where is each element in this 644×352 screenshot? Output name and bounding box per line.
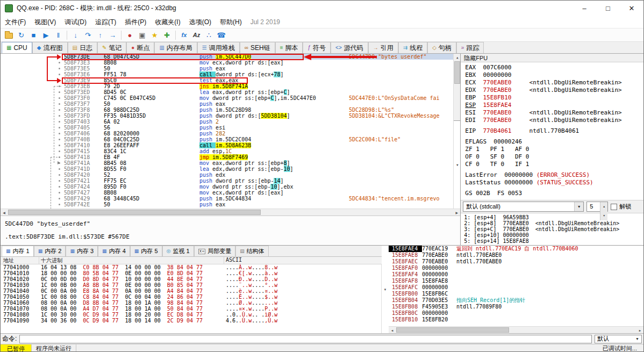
close-button[interactable]: ✕	[620, 1, 643, 16]
register-line[interactable]: ESP 15E8FAE4	[465, 102, 639, 109]
scroll-right-icon[interactable]: ▶	[453, 209, 460, 215]
breakpoint-dot[interactable]	[59, 80, 60, 81]
register-line[interactable]: LastError 00000000 (ERROR_SUCCESS)	[465, 171, 639, 179]
dump-row[interactable]: 7704101018 00 00 00 80 5B 04 77 0E 00 00…	[1, 270, 388, 276]
toolbar-step-out-button[interactable]: ↑	[94, 29, 106, 41]
breakpoint-dot[interactable]	[59, 204, 60, 205]
scroll-left-icon[interactable]: ◀	[1, 209, 8, 215]
register-line[interactable]: EAX 007C6000	[465, 64, 639, 71]
menu-item-view[interactable]: 视图(V)	[30, 16, 60, 28]
disasm-row[interactable]: 5D8F73E6FF51 78call dword ptr ds:[ecx+78…	[1, 71, 460, 77]
title-bar[interactable]: QQ.exe - PID: 268C - 模块: im.dll - 线程: 25…	[1, 1, 643, 16]
toolbar-run-to-cursor-button[interactable]: →	[106, 29, 119, 41]
argument-row[interactable]: 1: [esp+4] 96A59BB3	[464, 214, 640, 220]
menu-item-trace[interactable]: 追踪(T)	[91, 16, 120, 28]
toolbar-restart-button[interactable]: ↻	[15, 29, 27, 41]
toolbar-breakpoint-button[interactable]: ●	[124, 29, 136, 41]
convention-dropdown[interactable]: 默认 (stdcall) ▼	[463, 202, 584, 212]
stack-row[interactable]: 15E8FAE8770EABE0ntdll.770EABE0	[389, 252, 643, 258]
stack-row[interactable]: 15E8FB0015E8FB6C	[389, 291, 643, 297]
register-line[interactable]: OF 0 SF 0 DF 0	[465, 153, 639, 161]
argument-row[interactable]: 3: [esp+C] 770EABE0 <ntdll.DbgUiRemoteBr…	[464, 226, 640, 232]
breakpoint-dot[interactable]	[59, 198, 60, 199]
tab-symbols[interactable]: ƒ符号	[303, 42, 331, 53]
toolbar-patches-button[interactable]: ✚	[161, 29, 173, 41]
disasm-row[interactable]: 5D8F73F868 988DC25Dpush im.5DC28D985DC28…	[1, 107, 460, 113]
register-line[interactable]: GS 002B FS 0053	[465, 190, 639, 197]
disasm-row[interactable]: 5D8F742052push edx	[1, 172, 460, 178]
toolbar-open-file-button[interactable]	[3, 29, 15, 41]
register-line[interactable]: EIP 770B4061 ntdll.770B4061	[465, 127, 639, 135]
disasm-row[interactable]: 5D8F740556push esi	[1, 125, 460, 131]
stack-row[interactable]: 15E8FAEC770EABE0ntdll.770EABE0	[389, 258, 643, 265]
breakpoint-dot[interactable]	[59, 133, 60, 134]
menu-item-file[interactable]: 文件(F)	[1, 16, 30, 28]
register-line[interactable]: CF 0 TF 0 IF 1	[465, 161, 639, 168]
disasm-row[interactable]: 5D8F74278B08mov ecx,dword ptr ds:[eax]	[1, 190, 460, 196]
command-input[interactable]	[19, 335, 592, 343]
register-line[interactable]: ECX 770EABE0 <ntdll.DbgUiRemoteBreakin>	[465, 79, 639, 87]
dump-tab-struct[interactable]: ▤结构体	[235, 246, 269, 256]
scroll-down-icon[interactable]: ▼	[382, 245, 389, 333]
toolbar-favourites-button[interactable]: ★	[148, 29, 161, 41]
breakpoint-dot[interactable]	[59, 180, 60, 182]
breakpoint-dot[interactable]	[59, 74, 60, 75]
spin-up-icon[interactable]: ▲	[600, 202, 607, 211]
dump-row[interactable]: 770410801C 00 30 00 0C D9 04 77 18 00 20…	[1, 312, 388, 318]
menu-item-options[interactable]: 选项(O)	[185, 16, 216, 28]
disasm-row[interactable]: 5D8F7421FF75 ECpush dword ptr ss:[ebp-14…	[1, 178, 460, 184]
menu-item-favourites[interactable]: 收藏夹(I)	[151, 16, 184, 28]
breakpoint-dot[interactable]	[59, 91, 60, 93]
disasm-row[interactable]: 5D8F73F750push eax	[1, 101, 460, 107]
stack-row[interactable]: 15E8FAE4770EAC19返回到 ntdll.770EAC19 自 ntd…	[389, 246, 643, 252]
disasm-row[interactable]: 5D8F73E985C0test eax,eax	[1, 77, 460, 83]
stack-row[interactable]: 15E8FB04770D03E5指向SEH_Record[1]的指针	[389, 297, 643, 304]
dump-tab-memory-3[interactable]: ▦内存 3	[66, 246, 98, 256]
tab-seh[interactable]: ∞SEH链	[240, 42, 275, 53]
minimize-button[interactable]: –	[573, 1, 596, 16]
tab-breakpoints[interactable]: ●断点	[126, 42, 154, 53]
breakpoint-dot[interactable]	[59, 156, 60, 158]
dump-row[interactable]: 770410501C 00 08 00 C8 84 04 77 0C 00 04…	[1, 294, 388, 300]
disasm-row[interactable]: 5D8F73E550push eax	[1, 66, 460, 71]
breakpoint-dot[interactable]	[59, 174, 60, 176]
tab-memory-map[interactable]: ▥内存布局	[154, 42, 197, 53]
unlock-checkbox[interactable]: 解锁	[611, 203, 631, 211]
breakpoint-dot[interactable]	[59, 139, 60, 140]
stack-row[interactable]: 15E8FAF815E8FAE8	[389, 278, 643, 284]
breakpoint-dot[interactable]	[59, 121, 60, 123]
disasm-row[interactable]: 5D8F7410E8 26EEFAFFcall im.5D8A623B	[1, 142, 460, 148]
register-line[interactable]: EBP 15E8FB10	[465, 94, 639, 102]
disasm-row[interactable]: 5D8F7418EB 4Fjmp im.5D8F7469	[1, 154, 460, 160]
menu-item-plugins[interactable]: 插件(P)	[120, 16, 151, 28]
command-profile-dropdown[interactable]: 默认 ▼	[595, 335, 642, 343]
disasm-row[interactable]: 5D8F741583C4 1Cadd esp,1C	[1, 148, 460, 154]
scrollbar-thumb[interactable]	[8, 210, 261, 215]
disassembly-hscrollbar[interactable]: ◀ ▶	[1, 209, 460, 215]
tab-source[interactable]: <>源代码	[331, 42, 368, 53]
stack-row[interactable]: 15E8FAF000000000	[389, 265, 643, 271]
dump-tab-memory-4[interactable]: ▦内存 4	[98, 246, 130, 256]
hide-fpu-toggle[interactable]: 隐藏FPU	[461, 54, 643, 62]
registers-pane[interactable]: EAX 007C6000EBX 00000000ECX 770EABE0 <nt…	[461, 62, 643, 200]
stack-row[interactable]: 15E8FB0C00000000	[389, 310, 643, 317]
stack-hscrollbar[interactable]: ◀ ▶	[389, 326, 643, 333]
breakpoint-dot[interactable]	[59, 168, 60, 170]
scroll-left-icon[interactable]: ◀	[389, 327, 396, 333]
breakpoint-dot[interactable]	[59, 68, 60, 69]
toolbar-run-button[interactable]: ▶	[40, 29, 52, 41]
dump-row[interactable]: 7704107008 00 0A 00 A4 D7 04 77 18 00 1A…	[1, 306, 388, 312]
toolbar-functions-fx-button[interactable]: fx	[178, 29, 190, 41]
dump-tab-locals[interactable]: x=局部变量	[194, 246, 236, 256]
breakpoint-dot[interactable]	[59, 115, 60, 117]
scroll-up-icon[interactable]: ▲	[454, 54, 460, 61]
tab-handles[interactable]: ◇句柄	[427, 42, 456, 53]
disasm-row[interactable]: 5D8F73F0C745 0C E047C45Dmov dword ptr ss…	[1, 95, 460, 101]
disasm-row[interactable]: 5D8F74036A 02push 2	[1, 119, 460, 125]
dump-row[interactable]: 7704109034 00 36 00 0C D9 04 77 18 00 14…	[1, 318, 388, 324]
stack-row[interactable]: 15E8FAFC00000000	[389, 284, 643, 291]
breakpoint-dot[interactable]	[59, 109, 60, 111]
disasm-row[interactable]: 5D8F73E38B08mov ecx,dword ptr ds:[eax]	[1, 60, 460, 66]
register-line[interactable]: EDX 770EABE0 <ntdll.DbgUiRemoteBreakin>	[465, 87, 639, 94]
breakpoint-dot[interactable]	[59, 56, 60, 58]
